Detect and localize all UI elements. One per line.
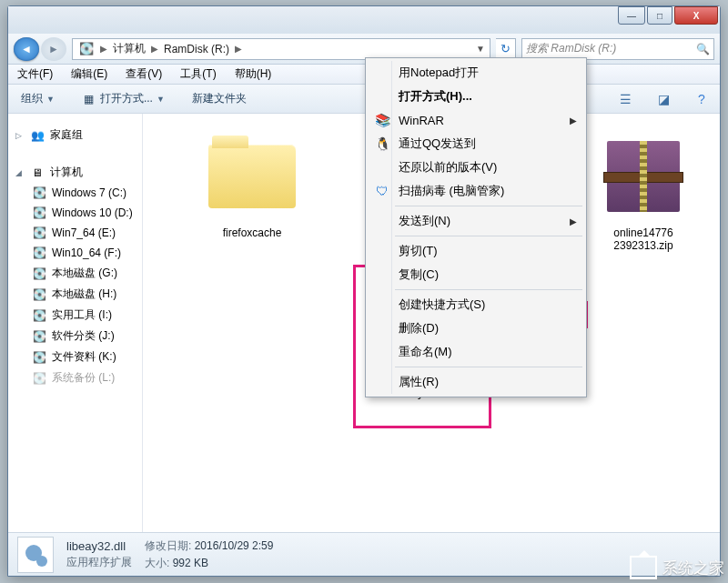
menu-help[interactable]: 帮助(H) bbox=[231, 65, 276, 84]
ctx-cut[interactable]: 剪切(T) bbox=[368, 239, 584, 263]
details-pane: libeay32.dll 应用程序扩展 修改日期: 2016/10/29 2:5… bbox=[8, 532, 720, 576]
ctx-qq-send[interactable]: 🐧通过QQ发送到 bbox=[368, 132, 584, 156]
computer-icon: 🖥 bbox=[30, 166, 45, 180]
sidebar-drive[interactable]: 💽本地磁盘 (H:) bbox=[14, 284, 140, 305]
close-button[interactable]: X bbox=[674, 6, 718, 25]
ctx-delete[interactable]: 删除(D) bbox=[368, 317, 584, 340]
menu-view[interactable]: 查看(V) bbox=[122, 65, 166, 84]
sidebar-drive[interactable]: 💽Win7_64 (E:) bbox=[14, 223, 140, 243]
sidebar-item-label: 本地磁盘 (H:) bbox=[52, 286, 116, 302]
ctx-scan-virus[interactable]: 🛡扫描病毒 (电脑管家) bbox=[368, 179, 584, 203]
help-icon[interactable]: ? bbox=[691, 89, 713, 109]
address-bar[interactable]: 💽 ▶ 计算机 ▶ RamDisk (R:) ▶ ▼ bbox=[72, 38, 490, 60]
ctx-label: 通过QQ发送到 bbox=[399, 136, 476, 152]
sidebar-item-label: 软件分类 (J:) bbox=[52, 328, 115, 344]
drive-icon: 💽 bbox=[32, 308, 46, 323]
menu-bar: 文件(F) 编辑(E) 查看(V) 工具(T) 帮助(H) bbox=[8, 65, 720, 85]
file-label: firefoxcache bbox=[188, 226, 316, 239]
zip-icon bbox=[607, 141, 680, 212]
sidebar-drive[interactable]: 💽Win10_64 (F:) bbox=[14, 243, 140, 263]
drive-icon: 💽 bbox=[32, 329, 46, 344]
folder-item[interactable]: firefoxcache bbox=[188, 132, 316, 239]
watermark-text: 系统之家 bbox=[662, 558, 724, 578]
openwith-button[interactable]: ▦打开方式...▼ bbox=[76, 88, 170, 109]
qq-icon: 🐧 bbox=[373, 135, 391, 153]
search-input[interactable]: 搜索 RamDisk (R:) 🔍 bbox=[521, 38, 714, 60]
sidebar-drive[interactable]: 💽实用工具 (I:) bbox=[14, 305, 140, 326]
newfolder-button[interactable]: 新建文件夹 bbox=[187, 88, 252, 109]
refresh-button[interactable]: ↻ bbox=[496, 38, 516, 60]
ctx-shortcut[interactable]: 创建快捷方式(S) bbox=[368, 293, 584, 317]
ctx-winrar[interactable]: 📚WinRAR▶ bbox=[368, 108, 584, 132]
sidebar-item-label: 文件资料 (K:) bbox=[52, 349, 116, 365]
file-label: online14776 bbox=[580, 226, 707, 239]
drive-icon: 💽 bbox=[32, 186, 46, 200]
sidebar-drive[interactable]: 💽系统备份 (L:) bbox=[14, 367, 140, 388]
sidebar-item-label: Win10_64 (F:) bbox=[52, 246, 121, 259]
drive-icon: 💽 bbox=[32, 226, 46, 240]
minimize-button[interactable]: — bbox=[618, 6, 645, 25]
breadcrumb-location[interactable]: RamDisk (R:) bbox=[160, 43, 233, 55]
sidebar-homegroup[interactable]: ▷ 👥 家庭组 bbox=[14, 125, 140, 146]
chevron-icon: ▶ bbox=[233, 44, 244, 54]
ctx-label: 发送到(N) bbox=[399, 213, 450, 229]
preview-pane-icon[interactable]: ◪ bbox=[652, 89, 674, 109]
ctx-open-with[interactable]: 打开方式(H)... bbox=[368, 85, 584, 108]
drive-icon: 💽 bbox=[32, 246, 46, 260]
file-label: 2392313.zip bbox=[580, 239, 707, 252]
ctx-properties[interactable]: 属性(R) bbox=[368, 370, 584, 394]
submenu-arrow-icon: ▶ bbox=[570, 116, 577, 126]
search-icon: 🔍 bbox=[696, 43, 710, 55]
back-button[interactable]: ◄ bbox=[14, 37, 39, 61]
ctx-label: 用Notepad打开 bbox=[399, 65, 479, 81]
menu-file[interactable]: 文件(F) bbox=[14, 65, 56, 84]
view-options-icon[interactable]: ☰ bbox=[614, 89, 636, 109]
sidebar-item-label: 家庭组 bbox=[50, 127, 83, 143]
ctx-label: WinRAR bbox=[399, 114, 444, 127]
drive-icon: 💽 bbox=[32, 287, 46, 302]
zip-item[interactable]: online14776 2392313.zip bbox=[580, 132, 707, 252]
sidebar-drive[interactable]: 💽Windows 10 (D:) bbox=[14, 203, 140, 223]
ctx-label: 删除(D) bbox=[399, 320, 439, 337]
sidebar-drive[interactable]: 💽文件资料 (K:) bbox=[14, 347, 140, 367]
address-dropdown-icon[interactable]: ▼ bbox=[473, 44, 488, 54]
sidebar-drive[interactable]: 💽软件分类 (J:) bbox=[14, 326, 140, 347]
ctx-rename[interactable]: 重命名(M) bbox=[368, 340, 584, 364]
drive-icon: 💽 bbox=[32, 206, 46, 220]
status-size-label: 大小: bbox=[145, 557, 169, 569]
sidebar-item-label: Windows 7 (C:) bbox=[52, 186, 126, 199]
app-icon: ▦ bbox=[82, 92, 96, 106]
menu-edit[interactable]: 编辑(E) bbox=[67, 65, 111, 84]
drive-icon: 💽 bbox=[32, 371, 46, 386]
chevron-icon: ▶ bbox=[149, 44, 160, 54]
status-size-value: 992 KB bbox=[173, 557, 208, 569]
drive-icon: 💽 bbox=[78, 41, 95, 57]
ctx-label: 还原以前的版本(V) bbox=[399, 159, 497, 176]
sidebar-computer[interactable]: ◢ 🖥 计算机 bbox=[14, 162, 140, 183]
shield-icon: 🛡 bbox=[373, 182, 391, 200]
ctx-copy[interactable]: 复制(C) bbox=[368, 263, 584, 286]
chevron-down-icon: ▼ bbox=[157, 95, 165, 104]
watermark: 系统之家 bbox=[630, 556, 724, 579]
sidebar-drive[interactable]: 💽本地磁盘 (G:) bbox=[14, 263, 140, 284]
ctx-send-to[interactable]: 发送到(N)▶ bbox=[368, 209, 584, 233]
submenu-arrow-icon: ▶ bbox=[570, 216, 577, 226]
drive-icon: 💽 bbox=[32, 266, 46, 281]
breadcrumb-computer[interactable]: 计算机 bbox=[109, 41, 149, 56]
ctx-open-notepad[interactable]: 用Notepad打开 bbox=[368, 61, 584, 85]
ctx-separator bbox=[395, 367, 582, 367]
sidebar-item-label: Windows 10 (D:) bbox=[52, 206, 133, 219]
maximize-button[interactable]: □ bbox=[647, 6, 672, 25]
forward-button[interactable]: ► bbox=[41, 37, 66, 61]
status-modified-value: 2016/10/29 2:59 bbox=[195, 539, 274, 552]
sidebar-drive[interactable]: 💽Windows 7 (C:) bbox=[14, 183, 140, 203]
status-filetype: 应用程序扩展 bbox=[66, 555, 132, 570]
ctx-separator bbox=[395, 236, 582, 236]
status-filename: libeay32.dll bbox=[66, 539, 132, 553]
menu-tools[interactable]: 工具(T) bbox=[177, 65, 219, 84]
ctx-restore-version[interactable]: 还原以前的版本(V) bbox=[368, 156, 584, 179]
status-modified-label: 修改日期: bbox=[145, 539, 191, 552]
expand-icon: ▷ bbox=[15, 131, 25, 140]
organize-button[interactable]: 组织▼ bbox=[15, 88, 60, 109]
chevron-icon: ▶ bbox=[98, 44, 109, 54]
